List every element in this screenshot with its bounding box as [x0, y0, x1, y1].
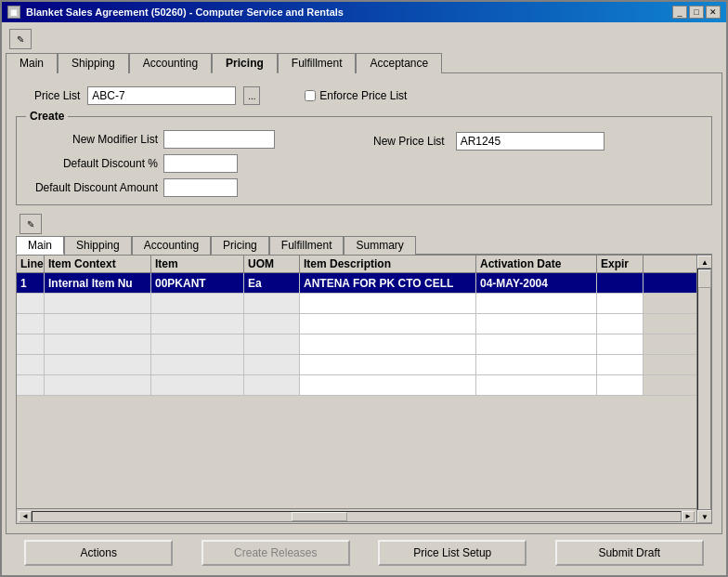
price-list-browse-button[interactable]: ...: [243, 86, 260, 105]
cell-uom-5: [244, 355, 300, 374]
table-row[interactable]: [17, 355, 696, 375]
horizontal-scrollbar: ◄ ►: [17, 508, 696, 523]
cell-uom-1: Ea: [244, 273, 300, 293]
price-list-setup-button[interactable]: Price List Setup: [378, 540, 526, 566]
tab-fulfillment[interactable]: Fulfillment: [278, 53, 357, 73]
default-discount-label: Default Discount %: [28, 157, 158, 170]
lower-section: ✎ Main Shipping Accounting Pricing Fulfi…: [16, 213, 712, 524]
top-toolbar: ✎: [6, 26, 722, 52]
col-header-activation-date: Activation Date: [476, 256, 597, 272]
cell-expiry-5: [597, 355, 644, 374]
inner-tabs: Main Shipping Accounting Pricing Fulfill…: [16, 235, 712, 255]
cell-line-3: [17, 314, 45, 334]
h-scroll-thumb[interactable]: [292, 512, 347, 521]
cell-description-6: [300, 375, 476, 395]
cell-description-5: [300, 355, 476, 374]
scroll-right-button[interactable]: ►: [682, 511, 695, 522]
inner-tab-accounting[interactable]: Accounting: [132, 236, 211, 255]
cell-context-2: [45, 294, 151, 313]
enforce-price-list-label: Enforce Price List: [319, 89, 407, 102]
create-form: New Modifier List Default Discount % Def…: [28, 125, 700, 197]
title-bar: ▦ Blanket Sales Agreement (50260) - Comp…: [2, 2, 726, 22]
cell-line-1: 1: [17, 273, 45, 293]
table-row[interactable]: [17, 294, 696, 314]
cell-context-3: [45, 314, 151, 334]
grid-header: Line Item Context Item UOM Item Descript…: [17, 256, 696, 273]
submit-draft-button[interactable]: Submit Draft: [555, 540, 704, 566]
cell-context-1: Internal Item Nu: [45, 273, 151, 293]
v-scroll-thumb[interactable]: [698, 269, 711, 288]
v-scroll-track[interactable]: [697, 269, 711, 510]
actions-button[interactable]: Actions: [24, 540, 173, 566]
maximize-button[interactable]: □: [689, 6, 704, 19]
cell-line-5: [17, 355, 45, 374]
table-row[interactable]: [17, 375, 696, 396]
inner-tab-shipping[interactable]: Shipping: [64, 236, 132, 255]
cell-context-4: [45, 334, 151, 354]
cell-uom-3: [244, 314, 300, 334]
cell-date-4: [476, 334, 597, 354]
scroll-left-button[interactable]: ◄: [19, 511, 32, 522]
table-row[interactable]: 1 Internal Item Nu 00PKANT Ea ANTENA FOR…: [17, 273, 696, 294]
inner-tab-summary[interactable]: Summary: [344, 236, 415, 255]
cell-description-1: ANTENA FOR PK CTO CELL: [300, 273, 476, 293]
cell-expiry-6: [597, 375, 644, 395]
cell-item-6: [151, 375, 244, 395]
cell-uom-2: [244, 294, 300, 313]
tab-acceptance[interactable]: Acceptance: [356, 53, 442, 73]
new-modifier-label: New Modifier List: [28, 133, 158, 146]
tab-shipping[interactable]: Shipping: [58, 53, 129, 73]
grid-container: Line Item Context Item UOM Item Descript…: [16, 255, 712, 524]
cell-description-2: [300, 294, 476, 313]
inner-tab-fulfillment[interactable]: Fulfillment: [269, 236, 344, 255]
minimize-button[interactable]: _: [672, 6, 687, 19]
left-column: New Modifier List Default Discount % Def…: [28, 130, 355, 197]
new-price-list-row: New Price List: [373, 132, 604, 151]
lower-toolbar: ✎: [16, 213, 712, 235]
cell-date-2: [476, 294, 597, 313]
window-title: Blanket Sales Agreement (50260) - Comput…: [26, 7, 344, 18]
scroll-up-button[interactable]: ▲: [697, 256, 711, 269]
window-content: ✎ Main Shipping Accounting Pricing Fulfi…: [2, 22, 726, 575]
tab-accounting[interactable]: Accounting: [129, 53, 212, 73]
scroll-down-button[interactable]: ▼: [697, 510, 711, 523]
cell-item-4: [151, 334, 244, 354]
price-list-input[interactable]: [87, 86, 236, 105]
table-row[interactable]: [17, 314, 696, 334]
cell-uom-4: [244, 334, 300, 354]
h-scroll-track[interactable]: [32, 511, 682, 522]
inner-tab-pricing[interactable]: Pricing: [211, 236, 269, 255]
pricing-panel: Price List ... Enforce Price List Create…: [6, 73, 722, 534]
create-group-box: Create New Modifier List Default Discoun…: [16, 116, 712, 205]
default-discount-input[interactable]: [163, 154, 238, 173]
bottom-buttons: Actions Create Releases Price List Setup…: [6, 534, 722, 571]
enforce-checkbox-group: Enforce Price List: [305, 89, 407, 102]
lower-toolbar-edit-button[interactable]: ✎: [20, 214, 42, 234]
cell-activation-date-1: 04-MAY-2004: [476, 273, 597, 293]
enforce-price-list-checkbox[interactable]: [305, 90, 316, 101]
default-discount-amount-row: Default Discount Amount: [28, 178, 355, 197]
cell-date-5: [476, 355, 597, 374]
cell-uom-6: [244, 375, 300, 395]
cell-expiry-4: [597, 334, 644, 354]
tab-main[interactable]: Main: [6, 53, 58, 73]
inner-tab-main[interactable]: Main: [16, 236, 64, 255]
new-price-list-label: New Price List: [373, 135, 445, 148]
cell-item-5: [151, 355, 244, 374]
cell-item-1: 00PKANT: [151, 273, 244, 293]
cell-date-3: [476, 314, 597, 334]
cell-line-2: [17, 294, 45, 313]
create-releases-button[interactable]: Create Releases: [202, 540, 350, 566]
toolbar-edit-button[interactable]: ✎: [9, 29, 32, 49]
tab-pricing[interactable]: Pricing: [212, 53, 278, 73]
default-discount-amount-input[interactable]: [163, 178, 238, 197]
cell-item-2: [151, 294, 244, 313]
new-price-list-input[interactable]: [456, 132, 604, 151]
close-button[interactable]: ✕: [706, 6, 721, 19]
cell-context-5: [45, 355, 151, 374]
table-row[interactable]: [17, 334, 696, 355]
col-header-description: Item Description: [300, 256, 476, 272]
default-discount-amount-label: Default Discount Amount: [28, 181, 158, 194]
create-group-title: Create: [26, 110, 68, 123]
new-modifier-input[interactable]: [163, 130, 275, 149]
